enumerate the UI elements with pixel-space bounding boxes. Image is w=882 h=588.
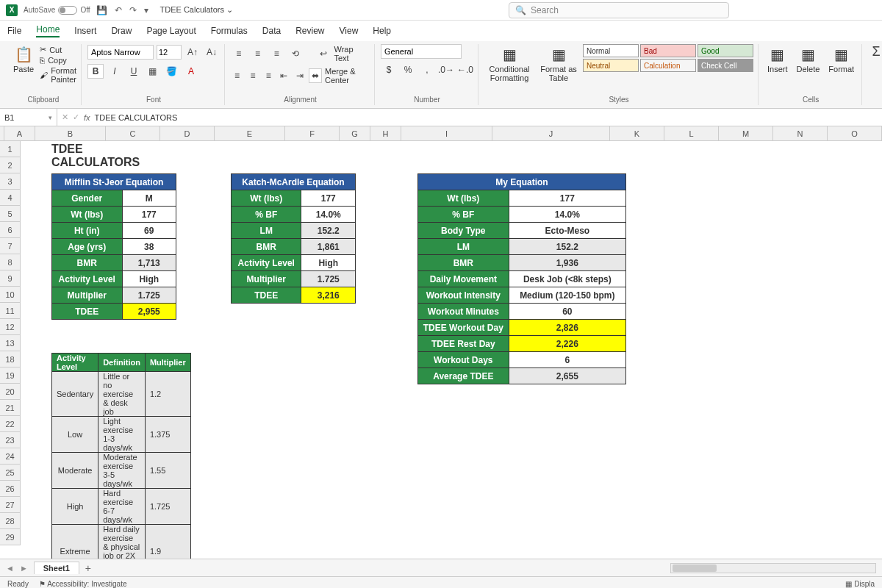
row-header-9[interactable]: 9 (0, 270, 21, 287)
increase-font-icon[interactable]: A↑ (184, 45, 201, 60)
spreadsheet-grid[interactable]: ABCDEFGHIJKLMNO 123456789101112131819202… (0, 126, 882, 559)
row-header-5[interactable]: 5 (0, 206, 21, 222)
col-header-B[interactable]: B (35, 126, 106, 140)
row-header-3[interactable]: 3 (0, 173, 21, 190)
delete-cells-button[interactable]: ▦Delete (794, 44, 823, 75)
row-header-11[interactable]: 11 (0, 303, 21, 319)
row-header-28[interactable]: 28 (0, 513, 21, 529)
col-header-K[interactable]: K (610, 126, 664, 140)
underline-button[interactable]: U (126, 64, 142, 79)
autosave-toggle[interactable]: AutoSave Off (24, 6, 90, 15)
value-cell[interactable]: 14.0% (301, 207, 356, 223)
menu-help[interactable]: Help (373, 26, 391, 36)
bold-button[interactable]: B (87, 64, 104, 79)
value-cell[interactable]: 1,861 (301, 239, 356, 255)
merge-center-button[interactable]: ⬌ (309, 68, 322, 83)
align-bot-icon[interactable]: ≡ (268, 46, 284, 61)
value-cell[interactable]: 152.2 (509, 239, 625, 255)
row-header-22[interactable]: 22 (0, 416, 21, 432)
col-header-H[interactable]: H (370, 126, 401, 140)
col-header-F[interactable]: F (285, 126, 340, 140)
value-cell[interactable]: 1,713 (122, 255, 176, 271)
col-header-J[interactable]: J (492, 126, 610, 140)
undo-icon[interactable]: ↶ (115, 5, 122, 15)
value-cell[interactable]: 2,955 (122, 304, 176, 320)
chevron-down-icon[interactable]: ▾ (49, 114, 52, 121)
value-cell[interactable]: 14.0% (509, 207, 625, 223)
document-name[interactable]: TDEE Calculators ⌄ (160, 5, 233, 15)
value-cell[interactable]: M (122, 190, 176, 207)
align-right-icon[interactable]: ≡ (262, 68, 275, 83)
value-cell[interactable]: 177 (301, 190, 356, 207)
decrease-font-icon[interactable]: A↓ (204, 45, 220, 60)
align-center-icon[interactable]: ≡ (246, 68, 259, 83)
col-header-M[interactable]: M (719, 126, 773, 140)
toggle-icon[interactable] (58, 6, 77, 15)
format-cells-button[interactable]: ▦Format (825, 44, 857, 75)
currency-icon[interactable]: $ (381, 62, 397, 77)
align-top-icon[interactable]: ≡ (231, 46, 247, 61)
row-header-18[interactable]: 18 (0, 351, 21, 368)
wrap-text-button[interactable]: ↩ (315, 46, 331, 61)
value-cell[interactable]: 2,655 (509, 368, 625, 384)
style-calc[interactable]: Calculation (640, 59, 696, 72)
row-header-29[interactable]: 29 (0, 529, 21, 545)
value-cell[interactable]: 60 (509, 304, 625, 320)
menu-draw[interactable]: Draw (111, 26, 132, 36)
row-header-19[interactable]: 19 (0, 368, 21, 384)
value-cell[interactable]: Desk Job (<8k steps) (509, 271, 625, 287)
value-cell[interactable]: 1.725 (301, 271, 356, 287)
menu-view[interactable]: View (340, 26, 359, 36)
row-header-26[interactable]: 26 (0, 481, 21, 497)
font-size-select[interactable] (157, 45, 182, 60)
value-cell[interactable]: 2,826 (509, 320, 625, 336)
value-cell[interactable]: 1,936 (509, 255, 625, 271)
row-header-25[interactable]: 25 (0, 465, 21, 481)
align-mid-icon[interactable]: ≡ (250, 46, 266, 61)
row-header-8[interactable]: 8 (0, 254, 21, 270)
autosum-icon[interactable]: Σ (868, 44, 882, 59)
col-header-G[interactable]: G (340, 126, 370, 140)
value-cell[interactable]: 152.2 (301, 223, 356, 239)
menu-review[interactable]: Review (295, 26, 324, 36)
status-display[interactable]: ▦ Displa (845, 580, 875, 588)
row-header-27[interactable]: 27 (0, 497, 21, 513)
add-sheet-button[interactable]: + (85, 562, 91, 574)
style-good[interactable]: Good (698, 44, 753, 57)
col-header-D[interactable]: D (160, 126, 215, 140)
name-box[interactable]: B1▾ (0, 109, 57, 126)
redo-icon[interactable]: ↷ (129, 5, 137, 15)
sheet-nav-next[interactable]: ► (20, 564, 28, 573)
orientation-icon[interactable]: ⟲ (287, 46, 304, 61)
paste-button[interactable]: 📋Paste (10, 44, 37, 75)
fx-icon[interactable]: fx (84, 113, 90, 122)
row-header-4[interactable]: 4 (0, 190, 21, 206)
value-cell[interactable]: 177 (122, 207, 176, 223)
value-cell[interactable]: 69 (122, 223, 176, 239)
col-header-C[interactable]: C (106, 126, 160, 140)
col-header-O[interactable]: O (828, 126, 882, 140)
value-cell[interactable]: 6 (509, 352, 625, 368)
row-header-20[interactable]: 20 (0, 384, 21, 400)
col-header-A[interactable]: A (4, 126, 35, 140)
menu-home[interactable]: Home (36, 24, 60, 37)
status-accessibility[interactable]: ⚑ Accessibility: Investigate (39, 580, 127, 588)
dec-decimal-icon[interactable]: ←.0 (457, 62, 473, 77)
row-header-21[interactable]: 21 (0, 400, 21, 416)
value-cell[interactable]: 3,216 (301, 287, 356, 304)
formula-input[interactable]: TDEE CALCULATORS (95, 113, 178, 122)
save-icon[interactable]: 💾 (96, 5, 107, 15)
cancel-fx-icon[interactable]: ✕ (62, 112, 68, 122)
align-left-icon[interactable]: ≡ (231, 68, 243, 83)
row-header-1[interactable]: 1 (0, 141, 21, 157)
style-neutral[interactable]: Neutral (583, 59, 639, 72)
col-header-L[interactable]: L (664, 126, 719, 140)
format-as-table-button[interactable]: ▦Format as Table (537, 44, 580, 84)
horizontal-scrollbar[interactable] (670, 563, 876, 573)
search-input[interactable]: 🔍 Search (509, 2, 729, 18)
row-header-2[interactable]: 2 (0, 157, 21, 173)
value-cell[interactable]: 38 (122, 239, 176, 255)
col-header-E[interactable]: E (215, 126, 285, 140)
percent-icon[interactable]: % (400, 62, 416, 77)
style-bad[interactable]: Bad (640, 44, 696, 57)
